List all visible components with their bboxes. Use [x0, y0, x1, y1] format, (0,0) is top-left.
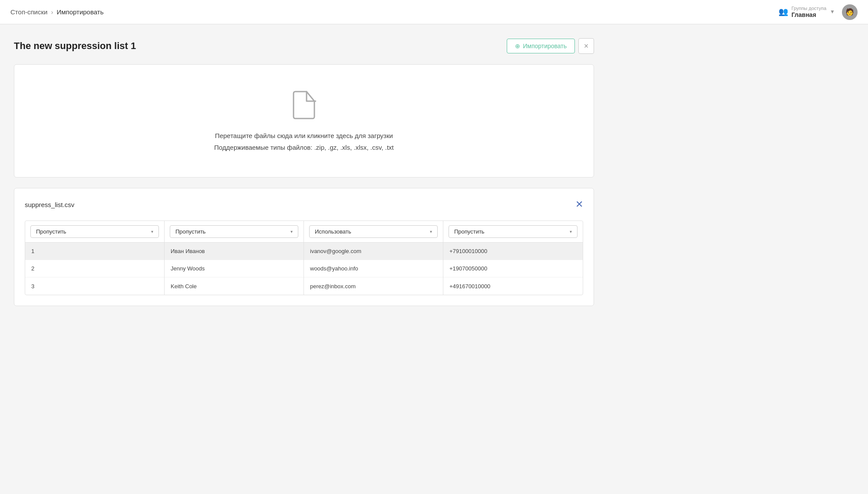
table-row: Иван Иванов: [165, 243, 304, 260]
column-3-dropdown[interactable]: Использовать ▾: [309, 225, 438, 238]
chevron-down-icon: ▼: [830, 9, 835, 15]
column-2: Пропустить ▾ Иван Иванов Jenny Woods Kei…: [165, 221, 304, 295]
cell-value: Jenny Woods: [171, 265, 205, 272]
cell-value: +491670010000: [449, 283, 490, 290]
close-file-icon: ✕: [575, 199, 583, 210]
breadcrumb-separator: ›: [51, 8, 53, 16]
table-row: 3: [25, 277, 164, 295]
dropzone[interactable]: Перетащите файлы сюда или кликните здесь…: [14, 64, 594, 178]
column-2-dropdown-label: Пропустить: [175, 228, 206, 235]
column-4-chevron-icon: ▾: [570, 229, 572, 234]
column-2-chevron-icon: ▾: [290, 229, 293, 234]
table-row: 1: [25, 243, 164, 260]
breadcrumb-current: Импортировать: [56, 8, 103, 16]
access-groups-menu[interactable]: 👥 Группы доступа Главная ▼: [779, 6, 835, 19]
table-row: +79100010000: [443, 243, 583, 260]
cell-value: ivanov@google.com: [310, 248, 361, 254]
groups-icon: 👥: [779, 7, 788, 16]
page-title: The new suppression list 1: [14, 40, 136, 52]
access-groups-label: Группы доступа: [792, 6, 826, 11]
column-4-dropdown[interactable]: Пропустить ▾: [449, 225, 578, 238]
column-1-dropdown[interactable]: Пропустить ▾: [30, 225, 159, 238]
breadcrumb: Стоп-списки › Импортировать: [10, 8, 103, 16]
cell-value: 1: [31, 248, 34, 254]
column-3-chevron-icon: ▾: [430, 229, 432, 234]
page-header: The new suppression list 1 ⊕ Импортирова…: [14, 38, 594, 54]
cell-value: woods@yahoo.info: [310, 265, 358, 272]
file-name: suppress_list.csv: [25, 201, 74, 208]
cell-value: +79100010000: [449, 248, 487, 254]
columns-grid: Пропустить ▾ 1 2 3 Пропустить: [25, 221, 583, 295]
table-row: perez@inbox.com: [304, 277, 443, 295]
avatar[interactable]: 🧑: [842, 4, 858, 20]
dropzone-sub-text: Поддерживаемые типы файлов: .zip, .gz, .…: [28, 144, 580, 151]
cell-value: Иван Иванов: [171, 248, 205, 254]
table-row: Jenny Woods: [165, 260, 304, 277]
column-3: Использовать ▾ ivanov@google.com woods@y…: [304, 221, 443, 295]
header-actions: ⊕ Импортировать ×: [507, 38, 594, 54]
cell-value: Keith Cole: [171, 283, 197, 290]
plus-circle-icon: ⊕: [515, 43, 520, 49]
main-content: The new suppression list 1 ⊕ Импортирова…: [0, 24, 608, 320]
table-row: woods@yahoo.info: [304, 260, 443, 277]
dropzone-main-text: Перетащите файлы сюда или кликните здесь…: [28, 132, 580, 139]
access-groups-value: Главная: [792, 11, 826, 19]
column-1: Пропустить ▾ 1 2 3: [25, 221, 165, 295]
table-row: Keith Cole: [165, 277, 304, 295]
avatar-image: 🧑: [845, 8, 854, 16]
column-4: Пропустить ▾ +79100010000 +19070050000 +…: [443, 221, 583, 295]
header: Стоп-списки › Импортировать 👥 Группы дос…: [0, 0, 868, 24]
access-groups-text: Группы доступа Главная: [792, 6, 826, 19]
column-4-dropdown-label: Пропустить: [454, 228, 485, 235]
file-icon: [28, 91, 580, 125]
table-row: ivanov@google.com: [304, 243, 443, 260]
column-3-dropdown-label: Использовать: [315, 228, 351, 235]
header-right: 👥 Группы доступа Главная ▼ 🧑: [779, 4, 858, 20]
file-card-header: suppress_list.csv ✕: [25, 199, 583, 210]
table-row: +491670010000: [443, 277, 583, 295]
close-icon: ×: [584, 42, 589, 51]
cell-value: 3: [31, 283, 34, 290]
cell-value: 2: [31, 265, 34, 272]
column-4-header: Пропустить ▾: [443, 221, 583, 243]
table-row: 2: [25, 260, 164, 277]
column-1-header: Пропустить ▾: [25, 221, 164, 243]
column-3-header: Использовать ▾: [304, 221, 443, 243]
column-1-dropdown-label: Пропустить: [36, 228, 66, 235]
cell-value: perez@inbox.com: [310, 283, 356, 290]
cell-value: +19070050000: [449, 265, 487, 272]
file-card: suppress_list.csv ✕ Пропустить ▾ 1 2: [14, 188, 594, 306]
import-button[interactable]: ⊕ Импортировать: [507, 39, 575, 53]
column-2-header: Пропустить ▾: [165, 221, 304, 243]
close-file-button[interactable]: ✕: [575, 199, 583, 210]
close-page-button[interactable]: ×: [578, 38, 594, 54]
breadcrumb-parent[interactable]: Стоп-списки: [10, 8, 47, 16]
table-row: +19070050000: [443, 260, 583, 277]
import-button-label: Импортировать: [523, 43, 567, 49]
column-1-chevron-icon: ▾: [151, 229, 153, 234]
column-2-dropdown[interactable]: Пропустить ▾: [170, 225, 298, 238]
